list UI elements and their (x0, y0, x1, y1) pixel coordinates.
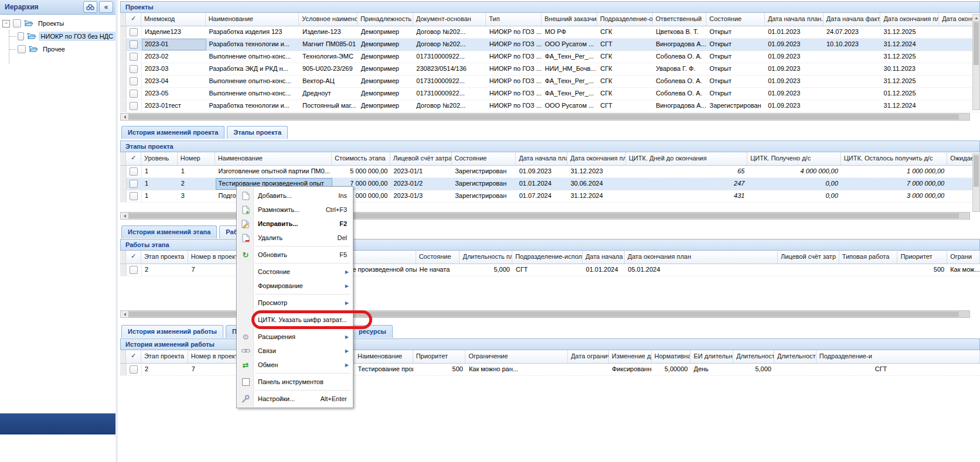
menu-item[interactable]: ⚙Расширения▶ (237, 330, 352, 344)
splitter[interactable] (115, 0, 118, 462)
column-header[interactable]: ЦИТК. Дней до окончания (626, 152, 747, 165)
tree-checkbox[interactable] (18, 32, 24, 40)
projects-vertical-scrollbar[interactable] (972, 14, 980, 110)
menu-item[interactable]: ⇄Обмен▶ (237, 358, 352, 372)
column-header[interactable]: Лицевой счёт затрат. (390, 152, 452, 165)
scroll-left-icon[interactable] (121, 311, 129, 317)
scrollbar-thumb[interactable] (974, 155, 979, 187)
menu-item[interactable]: Исправить...F2 (237, 217, 352, 231)
row-handle[interactable] (120, 100, 127, 112)
row-checkbox[interactable] (130, 53, 138, 61)
tree-checkbox[interactable] (13, 19, 21, 28)
row-checkbox[interactable] (130, 90, 138, 98)
scroll-left-icon[interactable] (121, 114, 129, 120)
column-header[interactable]: Дата начала план (516, 152, 567, 165)
table-row[interactable]: Изделие123Разработка изделия 123Изделие-… (120, 26, 980, 39)
column-header[interactable]: Номер (178, 152, 215, 165)
table-row[interactable]: 2023-04Выполнение опытно-конс...Вектор-А… (120, 76, 980, 88)
binoculars-icon[interactable] (83, 1, 97, 13)
stages-vertical-scrollbar[interactable] (972, 153, 980, 212)
row-handle[interactable] (120, 88, 127, 100)
menu-item[interactable]: Настройки...Alt+Enter (237, 392, 352, 406)
menu-item[interactable]: Связи▶ (237, 344, 352, 358)
row-handle[interactable] (120, 166, 127, 177)
projects-horizontal-scrollbar[interactable] (120, 113, 970, 121)
column-header[interactable]: Приоритет (897, 251, 947, 263)
column-header[interactable]: Наименование (355, 350, 413, 363)
column-header[interactable]: Дата начала план. (765, 13, 824, 26)
column-header[interactable]: Ограничение (465, 350, 568, 363)
menu-item[interactable]: Формирование▶ (237, 279, 352, 293)
column-header[interactable]: Дата окончания план (625, 251, 778, 263)
column-header[interactable]: Наименование (215, 152, 332, 165)
column-header[interactable]: Дата начала факт. (824, 13, 881, 26)
column-header[interactable]: Дата начала план. (583, 251, 625, 263)
column-header[interactable]: Лицевой счёт затр (778, 251, 839, 263)
row-handle[interactable] (120, 39, 127, 50)
table-row[interactable]: 2023-02Выполнение опытно-конс...Технолог… (120, 51, 980, 63)
column-header[interactable]: ЕИ длительности (690, 350, 733, 363)
row-checkbox[interactable] (130, 192, 138, 200)
column-header[interactable]: Длительность пла (733, 350, 774, 363)
row-handle[interactable] (120, 264, 127, 276)
column-header[interactable]: ЦИТК. Получено д/с (747, 152, 841, 165)
row-checkbox[interactable] (130, 266, 138, 274)
column-header[interactable]: Условное наименова (299, 13, 358, 26)
column-header[interactable]: Документ-основан (413, 13, 486, 26)
tree-item-other[interactable]: Прочее (16, 43, 115, 56)
select-all-header[interactable]: ✓ (126, 152, 141, 165)
column-header[interactable]: Наименование (206, 13, 300, 26)
column-header[interactable]: Ограни (947, 251, 980, 263)
row-checkbox[interactable] (130, 167, 138, 176)
column-header[interactable]: Нормативная длит (652, 350, 691, 363)
tree-item-niokr[interactable]: НИОКР по ГОЗ без НДС (16, 30, 115, 43)
select-all-header[interactable]: ✓ (126, 350, 141, 363)
table-row[interactable]: 11Изготовление опытной партии ПМ0...5 00… (120, 166, 980, 178)
collapse-node-icon[interactable]: − (2, 20, 10, 28)
column-header[interactable]: Типовая работа (839, 251, 898, 263)
tab-work-history[interactable]: История изменений работы (121, 325, 223, 338)
menu-item[interactable]: Панель инструментов (237, 375, 352, 389)
scrollbar-thumb[interactable] (129, 114, 959, 119)
column-header[interactable]: Состояние (416, 251, 460, 263)
menu-item[interactable]: УдалитьDel (237, 231, 352, 245)
table-row[interactable]: 2023-01Разработка технологии и...Магнит … (120, 39, 980, 51)
row-checkbox[interactable] (130, 77, 138, 85)
column-header[interactable]: Подразделение-исполнитель.. (512, 251, 583, 263)
row-checkbox[interactable] (130, 28, 138, 36)
column-header[interactable]: Дата ограничения (568, 350, 609, 363)
column-header[interactable]: Состояние (706, 13, 765, 26)
menu-item[interactable]: ЦИТК. Указать шифр затрат... (237, 313, 352, 327)
column-header[interactable]: Этап проекта (141, 350, 188, 363)
column-header[interactable]: Внешний заказчик (542, 13, 597, 26)
menu-item[interactable]: Состояние▶ (237, 265, 352, 279)
menu-item[interactable]: ↻ОбновитьF5 (237, 248, 352, 262)
column-header[interactable]: Дата окончания план (567, 152, 626, 165)
row-checkbox[interactable] (130, 102, 138, 110)
row-checkbox[interactable] (130, 65, 138, 73)
tab-resources[interactable]: ресурсы (352, 325, 393, 338)
menu-item[interactable]: Просмотр▶ (237, 296, 352, 310)
scroll-left-icon[interactable] (121, 213, 129, 219)
column-header[interactable]: Принадлежность (358, 13, 413, 26)
tab-stage-history[interactable]: История изменений этапа (121, 225, 217, 238)
tree-checkbox[interactable] (18, 45, 26, 53)
scrollbar-thumb[interactable] (974, 22, 979, 65)
column-header[interactable]: Мнемокод (141, 13, 206, 26)
table-row[interactable]: 2023-01тестРазработка технологии и...Пос… (120, 100, 980, 112)
row-handle[interactable] (120, 364, 127, 375)
row-checkbox[interactable] (130, 365, 138, 374)
menu-item[interactable]: Добавить...Ins (237, 189, 352, 203)
column-header[interactable]: Изменение длител (609, 350, 652, 363)
select-all-header[interactable]: ✓ (126, 251, 141, 263)
column-header[interactable]: Стоимость этапа (332, 152, 390, 165)
menu-item[interactable]: +Размножить...Ctrl+F3 (237, 203, 352, 217)
row-handle[interactable] (120, 51, 127, 63)
column-header[interactable]: Уровень (141, 152, 178, 165)
column-header[interactable]: Тип (486, 13, 542, 26)
row-handle[interactable] (120, 76, 127, 87)
column-header[interactable]: Этап проекта (141, 251, 188, 263)
column-header[interactable]: Приоритет (413, 350, 466, 363)
row-checkbox[interactable] (130, 180, 138, 188)
row-handle[interactable] (120, 178, 127, 190)
